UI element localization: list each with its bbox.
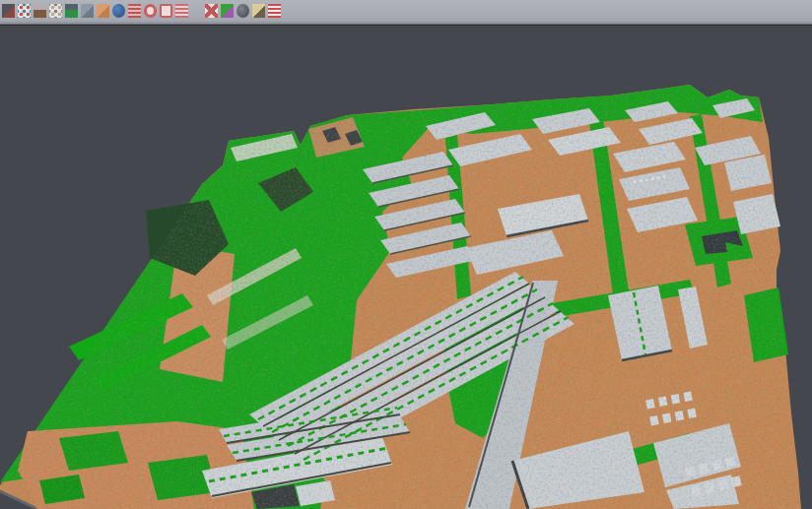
red-rows-button[interactable] (174, 2, 189, 20)
orthophoto-icon (97, 4, 109, 18)
map-notes-button[interactable] (251, 2, 266, 20)
point-cloud-scene[interactable] (0, 26, 812, 509)
clear-cross-icon (205, 4, 218, 18)
classification-colors-icon (221, 4, 234, 18)
profile-layers-button[interactable] (127, 2, 142, 20)
open-file-icon (2, 4, 15, 18)
view-points-icon (18, 4, 31, 18)
flag-red-button[interactable] (267, 2, 282, 20)
terrain-model-button[interactable] (33, 2, 47, 20)
terrain-model-icon (34, 4, 46, 18)
target-button[interactable] (143, 2, 158, 20)
clear-cross-button[interactable] (204, 2, 219, 20)
classification-colors-button[interactable] (220, 2, 235, 20)
globe-icon (112, 4, 125, 18)
profile-layers-icon (128, 4, 141, 18)
globe-button[interactable] (111, 2, 126, 20)
terrain-color-icon (65, 4, 78, 18)
red-rows-icon (175, 4, 188, 18)
selection-brackets-icon (160, 4, 172, 18)
noise-light (0, 26, 812, 509)
viewport-3d[interactable] (0, 26, 812, 509)
target-icon (144, 4, 157, 18)
terrain-color-button[interactable] (64, 2, 79, 20)
selection-brackets-button[interactable] (159, 2, 173, 20)
map-notes-icon (252, 4, 265, 18)
sparse-points-icon (49, 4, 62, 18)
vertical-panel-icon (81, 4, 94, 18)
camera-icon (237, 4, 249, 18)
orthophoto-button[interactable] (96, 2, 110, 20)
toolbar-separator (190, 2, 204, 20)
application-window (0, 0, 812, 509)
sparse-points-button[interactable] (48, 2, 63, 20)
main-toolbar (0, 0, 812, 22)
view-points-button[interactable] (17, 2, 32, 20)
vertical-panel-button[interactable] (80, 2, 95, 20)
open-file-button[interactable] (1, 2, 16, 20)
camera-button[interactable] (236, 2, 250, 20)
flag-red-icon (268, 4, 281, 18)
